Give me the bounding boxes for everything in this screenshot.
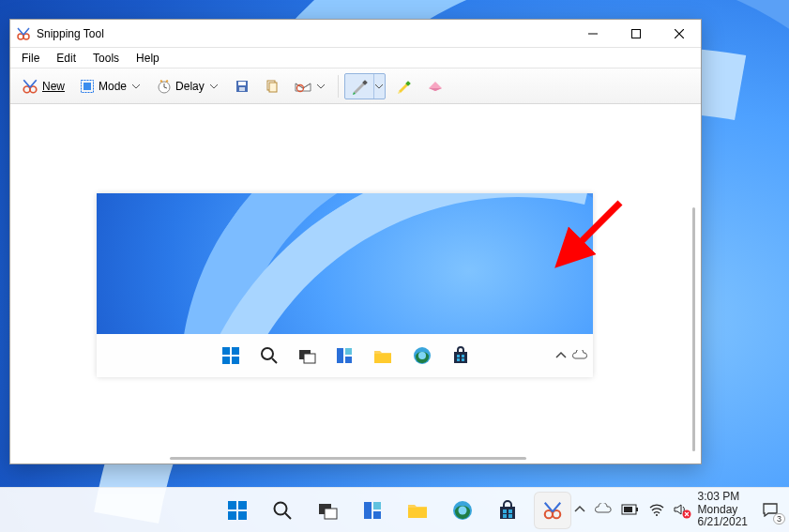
onedrive-tray-icon[interactable] <box>595 503 612 516</box>
canvas-area[interactable] <box>10 104 701 464</box>
menu-tools[interactable]: Tools <box>85 50 127 67</box>
eraser-button[interactable] <box>421 76 449 97</box>
menu-file[interactable]: File <box>14 50 47 67</box>
highlighter-button[interactable] <box>389 74 417 99</box>
svg-rect-49 <box>508 509 512 513</box>
svg-rect-12 <box>269 83 277 92</box>
menu-help[interactable]: Help <box>129 50 167 67</box>
scissors-icon <box>22 78 38 95</box>
delay-button[interactable]: Delay <box>151 75 225 98</box>
mode-dropdown-icon[interactable] <box>130 83 142 90</box>
snipping-tool-window: Snipping Tool File Edit Tools Help <box>9 19 702 464</box>
store-icon <box>451 346 470 365</box>
titlebar[interactable]: Snipping Tool <box>10 20 701 48</box>
clock-day: Monday <box>698 504 738 517</box>
copy-button[interactable] <box>259 75 285 98</box>
notifications-button[interactable]: 3 <box>757 496 783 523</box>
svg-rect-41 <box>364 502 372 519</box>
taskbar-explorer[interactable] <box>399 492 436 529</box>
copy-icon <box>265 79 280 94</box>
volume-tray-icon[interactable] <box>674 503 689 516</box>
new-label: New <box>42 80 65 93</box>
pen-dropdown-icon[interactable] <box>373 74 385 99</box>
svg-rect-18 <box>222 357 230 364</box>
delay-dropdown-icon[interactable] <box>208 83 220 90</box>
svg-rect-19 <box>232 357 239 364</box>
svg-rect-32 <box>457 358 460 361</box>
svg-rect-9 <box>238 82 246 85</box>
new-button[interactable]: New <box>16 74 70 99</box>
captured-screenshot <box>97 193 593 377</box>
taskview-icon <box>297 346 316 365</box>
svg-rect-17 <box>232 347 239 355</box>
send-button[interactable] <box>289 75 332 98</box>
svg-rect-10 <box>239 87 245 91</box>
svg-point-28 <box>418 352 426 359</box>
svg-rect-30 <box>457 355 460 357</box>
svg-rect-22 <box>304 354 315 363</box>
mode-button[interactable]: Mode <box>74 75 147 98</box>
clock-icon <box>157 79 172 94</box>
delay-label: Delay <box>175 80 205 93</box>
taskbar-edge[interactable] <box>444 492 481 529</box>
system-tray[interactable]: 3:03 PM Monday 6/21/2021 3 <box>574 491 789 529</box>
taskbar-widgets[interactable] <box>354 492 391 529</box>
svg-rect-43 <box>373 511 381 519</box>
taskbar-taskview[interactable] <box>309 492 346 529</box>
save-button[interactable] <box>229 75 255 98</box>
svg-rect-42 <box>373 502 381 509</box>
taskbar-clock[interactable]: 3:03 PM Monday 6/21/2021 <box>698 491 748 529</box>
start-button[interactable] <box>219 492 256 529</box>
svg-rect-24 <box>345 348 352 355</box>
svg-point-57 <box>656 514 658 516</box>
svg-point-20 <box>262 348 273 359</box>
send-dropdown-icon[interactable] <box>315 83 326 90</box>
menubar: File Edit Tools Help <box>10 48 701 68</box>
window-title: Snipping Tool <box>37 27 104 40</box>
vertical-scrollbar[interactable] <box>692 207 695 451</box>
svg-rect-31 <box>462 355 464 357</box>
svg-rect-23 <box>337 348 343 363</box>
captured-taskbar <box>97 334 593 377</box>
svg-rect-50 <box>503 514 507 518</box>
svg-rect-36 <box>228 511 236 520</box>
pen-tool[interactable] <box>344 73 386 99</box>
svg-rect-26 <box>374 354 391 363</box>
mode-label: Mode <box>99 80 127 93</box>
horizontal-scrollbar[interactable] <box>170 457 526 460</box>
svg-rect-33 <box>462 358 464 361</box>
svg-rect-29 <box>454 352 467 363</box>
toolbar: New Mode Delay <box>10 68 701 104</box>
taskbar-search[interactable] <box>264 492 301 529</box>
minimize-button[interactable] <box>571 20 615 47</box>
menu-edit[interactable]: Edit <box>49 50 83 67</box>
onedrive-icon <box>572 350 587 361</box>
maximize-button[interactable] <box>615 20 658 47</box>
svg-rect-34 <box>228 501 236 509</box>
svg-rect-47 <box>500 507 515 519</box>
start-icon <box>220 345 241 366</box>
svg-rect-16 <box>222 347 230 355</box>
svg-rect-56 <box>624 507 632 512</box>
tray-overflow-icon[interactable] <box>574 505 585 514</box>
svg-rect-35 <box>238 501 247 509</box>
save-icon <box>235 79 250 94</box>
pen-button[interactable] <box>345 74 373 99</box>
search-icon <box>260 346 279 365</box>
close-button[interactable] <box>658 20 701 47</box>
svg-rect-37 <box>238 511 247 520</box>
explorer-icon <box>372 346 393 365</box>
battery-tray-icon[interactable] <box>621 504 640 515</box>
widgets-icon <box>335 346 354 365</box>
taskbar-snipping-tool[interactable] <box>534 492 571 529</box>
taskbar-store[interactable] <box>489 492 526 529</box>
mode-icon <box>80 79 95 94</box>
notification-count: 3 <box>773 513 785 524</box>
highlighter-icon <box>395 78 412 95</box>
svg-rect-44 <box>408 508 427 518</box>
svg-rect-6 <box>83 83 91 90</box>
svg-rect-51 <box>508 514 512 518</box>
wifi-tray-icon[interactable] <box>649 503 664 516</box>
toolbar-separator <box>338 75 339 98</box>
snipping-tool-icon <box>16 26 31 41</box>
